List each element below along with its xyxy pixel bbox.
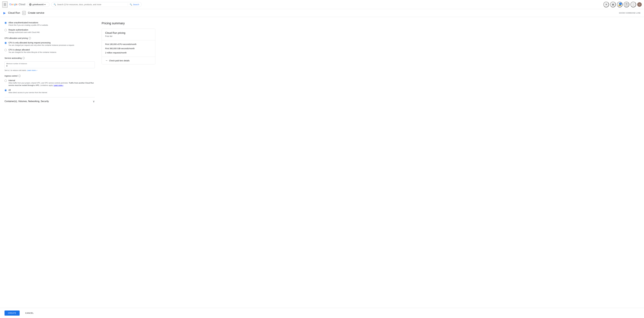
ingress-section: Ingress control i Internal Allow traffic… [4,75,95,94]
google-cloud-logo[interactable]: Google Cloud [9,3,25,6]
ingress-learn-more-link[interactable]: Learn more↗ [54,84,63,86]
project-icon [29,3,32,6]
right-panel: Pricing summary Cloud Run pricing Free t… [102,22,155,105]
allow-unauthenticated-option: Allow unauthenticated invocations Check … [4,22,95,27]
cloud-shell-button[interactable]: ▣ [610,2,616,7]
second-navigation: ▶ Cloud Run ← Create service SHOW COMMAN… [0,9,644,17]
service-title: Cloud Run [8,12,20,15]
allow-unauthenticated-label: Allow unauthenticated invocations [8,22,48,24]
ingress-internal-radio[interactable] [4,80,7,82]
cpu-during-request-label: CPU is only allocated during request pro… [8,42,74,44]
authentication-group: Allow unauthenticated invocations Check … [4,22,95,34]
ingress-options-group: Internal Allow traffic from your project… [4,79,95,94]
min-instances-hint: Set to 1 to reduce cold starts. Learn mo… [4,69,95,71]
require-auth-desc: Manage authorized users with Cloud IAM. [8,31,40,34]
top-navigation: ☰ Google Cloud gohelloworld ▾ 🔍 🔍 Search… [0,0,644,9]
external-link-icon: ↗ [36,70,37,71]
ingress-all-desc: Allow direct access to your service from… [8,91,47,94]
pricing-summary-title: Pricing summary [102,22,155,25]
ingress-all-option: All Allow direct access to your service … [4,89,95,94]
page-title: Create service [28,12,44,15]
ingress-heading: Ingress control i [4,75,95,77]
left-panel: Allow unauthenticated invocations Check … [4,22,95,105]
require-auth-radio[interactable] [4,29,7,31]
autoscaling-section: Service autoscaling i Minimum number of … [4,57,95,71]
allow-unauthenticated-desc: Check this if you are creating a public … [8,24,48,27]
check-paid-link-text: Check paid tiers details [109,60,130,62]
nav-icons: ✦ ▣ 🔔 6 ? ⋮ U [603,2,642,7]
require-auth-option: Require authentication Manage authorized… [4,29,95,34]
cloud-run-icon: ▶ [4,11,6,15]
main-content: Allow unauthenticated invocations Check … [0,17,644,110]
notification-count: 6 [619,3,622,5]
arrow-right-icon: → [105,59,108,62]
terminal-icon: ▣ [612,3,614,6]
notifications-button[interactable]: 🔔 6 [617,2,622,7]
project-chevron: ▾ [44,4,46,6]
ingress-internal-option: Internal Allow traffic from your project… [4,79,95,87]
show-command-line-button[interactable]: SHOW COMMAND LINE [619,12,640,14]
search-icon-btn: 🔍 [130,4,132,6]
autoscaling-help-icon[interactable]: i [22,57,25,59]
pricing-card-title: Cloud Run pricing [105,32,152,35]
cpu-options-group: CPU is only allocated during request pro… [4,42,95,54]
pricing-card-body: First 180,000 vCPU-seconds/month First 3… [102,40,155,57]
pricing-item-vcpu: First 180,000 vCPU-seconds/month [105,43,152,45]
chevron-down-icon: ∨ [93,100,95,103]
ai-features-button[interactable]: ✦ [603,2,609,7]
help-icon: ? [625,3,628,6]
ai-icon: ✦ [605,3,607,6]
pricing-summary: Pricing summary Cloud Run pricing Free t… [102,22,155,64]
pricing-card: Cloud Run pricing Free tier First 180,00… [102,29,155,64]
help-button[interactable]: ? [624,2,629,7]
search-bar: 🔍 🔍 Search [51,2,142,7]
back-button[interactable]: ← [22,11,26,15]
ingress-all-label: All [8,89,47,91]
cpu-allocation-section: CPU allocation and pricing i CPU is only… [4,37,95,54]
more-icon: ⋮ [632,3,634,6]
pricing-item-gib: First 360,000 GiB-seconds/month [105,47,152,50]
cpu-always-desc: You are charged for the entire lifecycle… [8,51,57,54]
ingress-all-radio[interactable] [4,89,7,91]
cpu-help-icon[interactable]: i [29,37,31,39]
search-button[interactable]: 🔍 Search [128,4,139,6]
cpu-during-request-desc: You are charged per request and only whe… [8,44,74,47]
cpu-during-request-option: CPU is only allocated during request pro… [4,42,95,47]
containers-expandable-section[interactable]: Container(s), Volumes, Networking, Secur… [4,97,95,105]
cpu-during-request-radio[interactable] [4,42,7,44]
pricing-item-requests: 2 million requests/month [105,52,152,54]
project-selector[interactable]: gohelloworld ▾ [27,2,50,7]
learn-more-link[interactable]: Learn more ↗ [27,69,37,71]
min-instances-label: Minimum number of instances [6,63,93,64]
ingress-external-icon: ↗ [62,85,63,86]
allow-unauthenticated-radio[interactable] [4,22,7,24]
pricing-free-tier-label: Free tier [105,35,152,37]
back-arrow-icon: ← [22,11,26,15]
require-auth-label: Require authentication [8,29,40,31]
cpu-always-radio[interactable] [4,49,7,51]
ingress-help-icon[interactable]: i [18,75,20,77]
project-name: gohelloworld [32,4,44,6]
min-instances-input[interactable] [6,65,93,67]
logo-text: Google [9,3,18,6]
cpu-always-label: CPU is always allocated [8,49,57,51]
pricing-card-header: Cloud Run pricing Free tier [102,29,155,40]
check-paid-tiers-link[interactable]: → Check paid tiers details [102,57,155,64]
more-options-button[interactable]: ⋮ [630,2,636,7]
ingress-internal-label: Internal [8,79,95,82]
search-icon: 🔍 [54,4,56,6]
search-input[interactable] [57,4,127,6]
ingress-internal-desc: Allow traffic from your project, shared … [8,82,95,87]
avatar[interactable]: U [637,2,642,7]
min-instances-field: Minimum number of instances [4,62,95,68]
cloud-text: Cloud [19,3,25,6]
cpu-section-heading: CPU allocation and pricing i [4,37,95,39]
cpu-always-option: CPU is always allocated You are charged … [4,49,95,54]
hamburger-menu-button[interactable]: ☰ [2,2,8,8]
autoscaling-heading: Service autoscaling i [4,57,95,59]
expandable-title: Container(s), Volumes, Networking, Secur… [4,100,49,103]
